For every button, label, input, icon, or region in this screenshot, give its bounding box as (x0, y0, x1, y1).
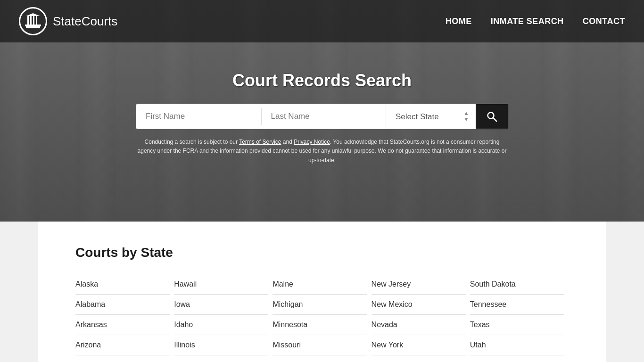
state-column-3: New JerseyNew MexicoNevadaNew York (372, 274, 470, 355)
state-link-hawaii[interactable]: Hawaii (174, 274, 268, 295)
svg-marker-6 (26, 13, 40, 16)
svg-rect-0 (26, 26, 40, 28)
state-select-wrapper: Select StateAlabamaAlaskaArizonaArkansas… (386, 104, 476, 129)
state-link-new-jersey[interactable]: New Jersey (372, 274, 466, 295)
logo-area[interactable]: StateCourts (19, 7, 446, 35)
site-header: StateCourts HOME INMATE SEARCH CONTACT (0, 0, 644, 42)
search-bar: Select StateAlabamaAlaskaArizonaArkansas… (136, 104, 508, 129)
state-link-nevada[interactable]: Nevada (372, 315, 466, 335)
first-name-input[interactable] (136, 104, 261, 129)
state-link-south-dakota[interactable]: South Dakota (470, 274, 564, 295)
state-column-4: South DakotaTennesseeTexasUtah (470, 274, 569, 355)
search-button[interactable] (476, 104, 508, 129)
svg-rect-3 (30, 16, 32, 25)
last-name-input[interactable] (262, 104, 386, 129)
state-link-iowa[interactable]: Iowa (174, 295, 268, 315)
hero-title: Court Records Search (232, 71, 412, 90)
nav-contact[interactable]: CONTACT (583, 16, 625, 26)
nav-inmate-search[interactable]: INMATE SEARCH (491, 16, 564, 26)
svg-rect-1 (25, 25, 41, 26)
privacy-link[interactable]: Privacy Notice (294, 139, 330, 145)
state-link-michigan[interactable]: Michigan (272, 295, 367, 315)
main-nav: HOME INMATE SEARCH CONTACT (446, 16, 625, 26)
state-link-new-mexico[interactable]: New Mexico (372, 295, 466, 315)
state-link-arizona[interactable]: Arizona (75, 335, 170, 355)
state-link-idaho[interactable]: Idaho (174, 315, 268, 335)
state-column-2: MaineMichiganMinnesotaMissouri (272, 274, 371, 355)
state-column-0: AlaskaAlabamaArkansasArizona (75, 274, 174, 355)
state-link-illinois[interactable]: Illinois (174, 335, 268, 355)
state-link-alabama[interactable]: Alabama (75, 295, 170, 315)
states-grid: AlaskaAlabamaArkansasArizonaHawaiiIowaId… (75, 274, 569, 355)
state-link-texas[interactable]: Texas (470, 315, 564, 335)
state-link-tennessee[interactable]: Tennessee (470, 295, 564, 315)
logo-icon (19, 7, 47, 35)
state-select[interactable]: Select StateAlabamaAlaskaArizonaArkansas… (386, 105, 476, 129)
state-link-utah[interactable]: Utah (470, 335, 564, 355)
courts-by-state-title: Courts by State (75, 245, 569, 260)
search-icon (486, 111, 497, 122)
state-link-minnesota[interactable]: Minnesota (272, 315, 367, 335)
state-link-alaska[interactable]: Alaska (75, 274, 170, 295)
hero-content: Court Records Search Select StateAlabama… (0, 57, 644, 165)
nav-home[interactable]: HOME (446, 16, 472, 26)
main-content: Courts by State AlaskaAlabamaArkansasAri… (38, 222, 606, 362)
svg-line-8 (493, 118, 496, 121)
svg-rect-5 (36, 16, 37, 25)
svg-rect-2 (27, 16, 29, 25)
state-link-arkansas[interactable]: Arkansas (75, 315, 170, 335)
state-link-missouri[interactable]: Missouri (272, 335, 367, 355)
tos-link[interactable]: Terms of Service (239, 139, 281, 145)
state-link-new-york[interactable]: New York (372, 335, 466, 355)
hero-disclaimer: Conducting a search is subject to our Te… (136, 138, 508, 165)
svg-rect-4 (33, 16, 34, 25)
logo-text: StateCourts (53, 14, 117, 29)
state-column-1: HawaiiIowaIdahoIllinois (174, 274, 272, 355)
state-link-maine[interactable]: Maine (272, 274, 367, 295)
